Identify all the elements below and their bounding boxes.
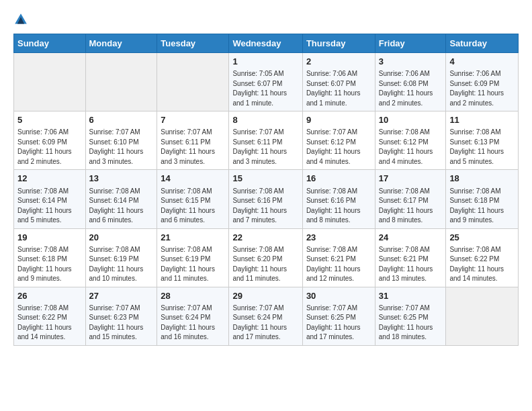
day-info: Sunrise: 7:06 AM Sunset: 6:07 PM Dayligh… — [306, 69, 371, 108]
calendar-cell: 21Sunrise: 7:08 AM Sunset: 6:19 PM Dayli… — [157, 228, 229, 287]
day-info: Sunrise: 7:07 AM Sunset: 6:25 PM Dayligh… — [379, 304, 443, 342]
calendar-cell: 10Sunrise: 7:08 AM Sunset: 6:12 PM Dayli… — [375, 111, 446, 170]
day-info: Sunrise: 7:08 AM Sunset: 6:14 PM Dayligh… — [89, 187, 154, 226]
day-number: 15 — [232, 173, 298, 185]
day-number: 28 — [161, 290, 225, 302]
day-number: 18 — [449, 173, 515, 185]
day-info: Sunrise: 7:08 AM Sunset: 6:18 PM Dayligh… — [449, 187, 515, 226]
day-of-week-header: Sunday — [14, 34, 86, 53]
day-number: 31 — [379, 290, 443, 302]
calendar-cell: 5Sunrise: 7:06 AM Sunset: 6:09 PM Daylig… — [14, 111, 86, 170]
calendar-cell: 26Sunrise: 7:08 AM Sunset: 6:22 PM Dayli… — [14, 287, 86, 345]
calendar-cell: 3Sunrise: 7:06 AM Sunset: 6:08 PM Daylig… — [375, 53, 446, 111]
day-info: Sunrise: 7:06 AM Sunset: 6:09 PM Dayligh… — [17, 128, 82, 167]
day-number: 5 — [17, 114, 82, 126]
day-info: Sunrise: 7:08 AM Sunset: 6:22 PM Dayligh… — [449, 245, 515, 284]
day-info: Sunrise: 7:08 AM Sunset: 6:22 PM Dayligh… — [17, 304, 82, 342]
day-info: Sunrise: 7:07 AM Sunset: 6:24 PM Dayligh… — [232, 304, 298, 342]
day-number: 6 — [89, 114, 154, 126]
calendar-cell — [14, 53, 86, 111]
calendar-cell: 25Sunrise: 7:08 AM Sunset: 6:22 PM Dayli… — [446, 228, 519, 287]
day-of-week-header: Wednesday — [229, 34, 302, 53]
calendar-header-row: SundayMondayTuesdayWednesdayThursdayFrid… — [14, 34, 519, 53]
calendar-cell: 24Sunrise: 7:08 AM Sunset: 6:21 PM Dayli… — [375, 228, 446, 287]
day-info: Sunrise: 7:07 AM Sunset: 6:11 PM Dayligh… — [161, 128, 225, 167]
calendar-cell: 31Sunrise: 7:07 AM Sunset: 6:25 PM Dayli… — [375, 287, 446, 345]
day-number: 23 — [306, 232, 371, 244]
day-number: 11 — [449, 114, 515, 126]
calendar-cell: 11Sunrise: 7:08 AM Sunset: 6:13 PM Dayli… — [446, 111, 519, 170]
page: SundayMondayTuesdayWednesdayThursdayFrid… — [0, 0, 532, 358]
day-info: Sunrise: 7:08 AM Sunset: 6:15 PM Dayligh… — [161, 187, 225, 226]
day-number: 2 — [306, 56, 371, 68]
day-number: 1 — [232, 56, 298, 68]
day-info: Sunrise: 7:08 AM Sunset: 6:19 PM Dayligh… — [89, 245, 154, 284]
day-number: 10 — [379, 114, 443, 126]
calendar-cell: 6Sunrise: 7:07 AM Sunset: 6:10 PM Daylig… — [85, 111, 157, 170]
calendar-week-row: 12Sunrise: 7:08 AM Sunset: 6:14 PM Dayli… — [14, 170, 519, 228]
day-info: Sunrise: 7:08 AM Sunset: 6:20 PM Dayligh… — [232, 245, 298, 284]
calendar-cell: 2Sunrise: 7:06 AM Sunset: 6:07 PM Daylig… — [302, 53, 375, 111]
day-info: Sunrise: 7:08 AM Sunset: 6:21 PM Dayligh… — [306, 245, 371, 284]
calendar-cell: 16Sunrise: 7:08 AM Sunset: 6:16 PM Dayli… — [302, 170, 375, 228]
day-info: Sunrise: 7:08 AM Sunset: 6:18 PM Dayligh… — [17, 245, 82, 284]
day-number: 3 — [379, 56, 443, 68]
calendar-cell: 23Sunrise: 7:08 AM Sunset: 6:21 PM Dayli… — [302, 228, 375, 287]
calendar-cell: 15Sunrise: 7:08 AM Sunset: 6:16 PM Dayli… — [229, 170, 302, 228]
day-of-week-header: Tuesday — [157, 34, 229, 53]
day-info: Sunrise: 7:07 AM Sunset: 6:25 PM Dayligh… — [306, 304, 371, 342]
day-info: Sunrise: 7:08 AM Sunset: 6:17 PM Dayligh… — [379, 187, 443, 226]
header — [13, 12, 519, 27]
calendar-cell: 30Sunrise: 7:07 AM Sunset: 6:25 PM Dayli… — [302, 287, 375, 345]
day-number: 12 — [17, 173, 82, 185]
day-number: 7 — [161, 114, 225, 126]
day-number: 22 — [232, 232, 298, 244]
calendar-cell: 18Sunrise: 7:08 AM Sunset: 6:18 PM Dayli… — [446, 170, 519, 228]
calendar-cell: 4Sunrise: 7:06 AM Sunset: 6:09 PM Daylig… — [446, 53, 519, 111]
day-info: Sunrise: 7:08 AM Sunset: 6:13 PM Dayligh… — [449, 128, 515, 167]
calendar-week-row: 1Sunrise: 7:05 AM Sunset: 6:07 PM Daylig… — [14, 53, 519, 111]
day-number: 17 — [379, 173, 443, 185]
day-number: 9 — [306, 114, 371, 126]
day-info: Sunrise: 7:07 AM Sunset: 6:10 PM Dayligh… — [89, 128, 154, 167]
calendar-cell: 1Sunrise: 7:05 AM Sunset: 6:07 PM Daylig… — [229, 53, 302, 111]
day-info: Sunrise: 7:08 AM Sunset: 6:19 PM Dayligh… — [161, 245, 225, 284]
day-number: 8 — [232, 114, 298, 126]
logo-icon — [13, 12, 28, 27]
day-info: Sunrise: 7:06 AM Sunset: 6:08 PM Dayligh… — [379, 69, 443, 108]
calendar: SundayMondayTuesdayWednesdayThursdayFrid… — [13, 34, 519, 346]
day-number: 29 — [232, 290, 298, 302]
calendar-cell: 9Sunrise: 7:07 AM Sunset: 6:12 PM Daylig… — [302, 111, 375, 170]
calendar-cell: 12Sunrise: 7:08 AM Sunset: 6:14 PM Dayli… — [14, 170, 86, 228]
day-info: Sunrise: 7:08 AM Sunset: 6:21 PM Dayligh… — [379, 245, 443, 284]
calendar-cell: 27Sunrise: 7:07 AM Sunset: 6:23 PM Dayli… — [85, 287, 157, 345]
calendar-cell — [446, 287, 519, 345]
day-of-week-header: Monday — [85, 34, 157, 53]
calendar-cell: 28Sunrise: 7:07 AM Sunset: 6:24 PM Dayli… — [157, 287, 229, 345]
calendar-cell — [85, 53, 157, 111]
day-info: Sunrise: 7:07 AM Sunset: 6:12 PM Dayligh… — [306, 128, 371, 167]
day-info: Sunrise: 7:05 AM Sunset: 6:07 PM Dayligh… — [232, 69, 298, 108]
day-number: 13 — [89, 173, 154, 185]
day-number: 26 — [17, 290, 82, 302]
day-number: 14 — [161, 173, 225, 185]
day-info: Sunrise: 7:06 AM Sunset: 6:09 PM Dayligh… — [449, 69, 515, 108]
day-number: 30 — [306, 290, 371, 302]
calendar-week-row: 26Sunrise: 7:08 AM Sunset: 6:22 PM Dayli… — [14, 287, 519, 345]
calendar-week-row: 5Sunrise: 7:06 AM Sunset: 6:09 PM Daylig… — [14, 111, 519, 170]
day-number: 21 — [161, 232, 225, 244]
calendar-cell: 29Sunrise: 7:07 AM Sunset: 6:24 PM Dayli… — [229, 287, 302, 345]
logo — [13, 12, 30, 27]
day-info: Sunrise: 7:08 AM Sunset: 6:16 PM Dayligh… — [232, 187, 298, 226]
day-info: Sunrise: 7:07 AM Sunset: 6:23 PM Dayligh… — [89, 304, 154, 342]
calendar-cell: 17Sunrise: 7:08 AM Sunset: 6:17 PM Dayli… — [375, 170, 446, 228]
calendar-cell: 7Sunrise: 7:07 AM Sunset: 6:11 PM Daylig… — [157, 111, 229, 170]
calendar-cell: 19Sunrise: 7:08 AM Sunset: 6:18 PM Dayli… — [14, 228, 86, 287]
logo-text — [13, 12, 30, 27]
day-of-week-header: Saturday — [446, 34, 519, 53]
day-info: Sunrise: 7:07 AM Sunset: 6:11 PM Dayligh… — [232, 128, 298, 167]
day-info: Sunrise: 7:07 AM Sunset: 6:24 PM Dayligh… — [161, 304, 225, 342]
day-number: 16 — [306, 173, 371, 185]
day-number: 4 — [449, 56, 515, 68]
calendar-week-row: 19Sunrise: 7:08 AM Sunset: 6:18 PM Dayli… — [14, 228, 519, 287]
